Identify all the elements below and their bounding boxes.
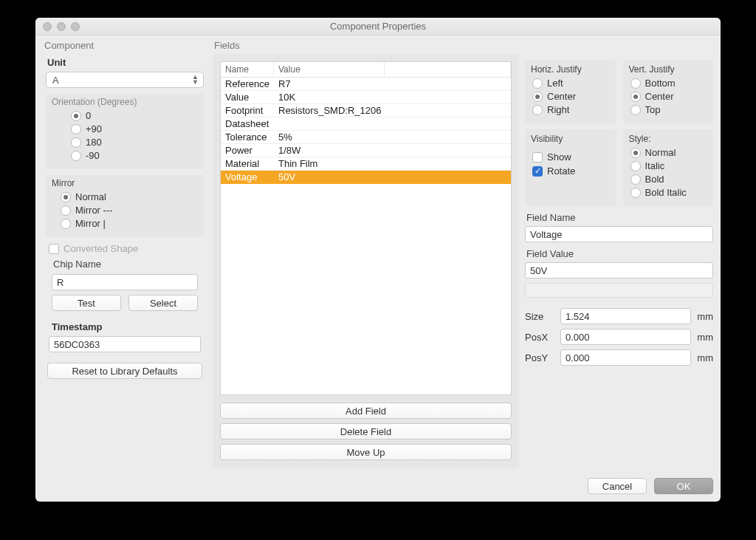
orientation-radio[interactable] <box>71 111 81 121</box>
mirror-title: Mirror <box>52 178 198 188</box>
style-label: Normal <box>645 147 676 158</box>
mirror-option[interactable]: Normal <box>61 191 198 202</box>
select-button[interactable]: Select <box>128 295 198 311</box>
posx-input[interactable]: 0.000 <box>560 329 691 345</box>
style-radio[interactable] <box>630 161 641 171</box>
field-value-secondary[interactable] <box>525 283 713 298</box>
table-header: Name Value <box>221 62 511 78</box>
field-name-label: Field Name <box>526 212 713 223</box>
window-title: Component Properties <box>35 21 721 32</box>
cell-name: Power <box>221 145 274 156</box>
size-input[interactable]: 1.524 <box>560 308 691 324</box>
move-up-button[interactable]: Move Up <box>220 444 512 460</box>
mirror-radio[interactable] <box>61 205 71 216</box>
cell-value: 1/8W <box>274 145 385 156</box>
chip-name-input[interactable]: R <box>52 274 198 290</box>
style-radio[interactable] <box>630 188 641 198</box>
mirror-option[interactable]: Mirror | <box>61 218 198 229</box>
table-row[interactable]: Voltage50V <box>221 171 511 184</box>
ok-button[interactable]: OK <box>654 478 713 494</box>
style-label: Italic <box>645 160 665 171</box>
orientation-group: Orientation (Degrees) 0+90180-90 <box>46 94 204 169</box>
timestamp-input[interactable]: 56DC0363 <box>49 336 201 352</box>
style-radio[interactable] <box>630 174 641 185</box>
show-checkbox[interactable] <box>532 152 543 163</box>
style-option[interactable]: Bold Italic <box>630 187 708 198</box>
mirror-option[interactable]: Mirror --- <box>61 205 198 216</box>
horiz-justify-radio[interactable] <box>532 105 543 115</box>
mirror-radio[interactable] <box>61 219 71 229</box>
visibility-group: Visibility Show ✓ Rotate <box>525 129 616 206</box>
table-row[interactable]: Tolerance5% <box>221 131 511 144</box>
cell-name: Datasheet <box>221 118 274 129</box>
add-field-button[interactable]: Add Field <box>220 403 512 419</box>
fields-table[interactable]: Name Value ReferenceR7Value10KFootprintR… <box>220 61 512 395</box>
field-value-label: Field Value <box>526 248 713 259</box>
test-button[interactable]: Test <box>52 295 121 311</box>
orientation-option[interactable]: +90 <box>71 123 198 134</box>
vert-justify-label: Top <box>645 104 661 115</box>
orientation-radio[interactable] <box>71 137 81 148</box>
table-row[interactable]: ReferenceR7 <box>221 78 511 91</box>
col-rest-header <box>385 62 511 77</box>
table-row[interactable]: FootprintResistors_SMD:R_1206 <box>221 104 511 117</box>
horiz-justify-option[interactable]: Right <box>532 104 610 115</box>
horiz-justify-option[interactable]: Left <box>532 78 610 89</box>
style-option[interactable]: Italic <box>630 160 708 171</box>
cancel-button[interactable]: Cancel <box>588 478 647 494</box>
vert-justify-option[interactable]: Center <box>630 91 708 102</box>
converted-shape-checkbox[interactable] <box>49 244 59 254</box>
vert-justify-radio[interactable] <box>630 92 641 102</box>
timestamp-value: 56DC0363 <box>54 339 100 350</box>
vert-justify-option[interactable]: Bottom <box>630 78 708 89</box>
size-label: Size <box>525 311 554 322</box>
horiz-justify-radio[interactable] <box>532 78 543 89</box>
orientation-option[interactable]: 180 <box>71 137 198 148</box>
table-row[interactable]: Value10K <box>221 91 511 104</box>
horiz-justify-option[interactable]: Center <box>532 91 610 102</box>
unit-select-value: A <box>52 75 59 86</box>
rotate-checkbox[interactable]: ✓ <box>532 166 543 177</box>
posy-unit: mm <box>697 352 713 363</box>
field-value-input[interactable]: 50V <box>525 262 713 278</box>
cell-name: Footprint <box>221 105 274 116</box>
mirror-label: Mirror --- <box>75 205 113 216</box>
component-properties-window: Component Properties Component Unit A ▲▼… <box>35 18 721 502</box>
orientation-radio[interactable] <box>71 124 81 134</box>
cell-value: 10K <box>274 92 385 103</box>
style-title: Style: <box>629 134 708 144</box>
vert-justify-option[interactable]: Top <box>630 104 708 115</box>
posy-label: PosY <box>525 352 554 363</box>
vert-justify-radio[interactable] <box>630 78 641 89</box>
orientation-radio[interactable] <box>71 151 81 161</box>
col-value-header[interactable]: Value <box>274 62 385 77</box>
titlebar: Component Properties <box>35 18 721 35</box>
orientation-label: 0 <box>86 110 91 121</box>
delete-field-button[interactable]: Delete Field <box>220 423 512 440</box>
rotate-label: Rotate <box>547 165 575 177</box>
cell-name: Tolerance <box>221 131 274 143</box>
reset-defaults-button[interactable]: Reset to Library Defaults <box>47 363 202 379</box>
unit-label: Unit <box>47 57 207 68</box>
converted-shape-row: Converted Shape <box>49 243 207 254</box>
style-option[interactable]: Bold <box>630 174 708 185</box>
table-row[interactable]: MaterialThin Film <box>221 157 511 171</box>
mirror-radio[interactable] <box>61 192 71 202</box>
unit-select[interactable]: A ▲▼ <box>46 72 204 88</box>
field-name-input[interactable]: Voltage <box>525 226 713 242</box>
vert-justify-radio[interactable] <box>630 105 641 115</box>
orientation-option[interactable]: -90 <box>71 150 198 161</box>
table-row[interactable]: Power1/8W <box>221 144 511 157</box>
table-row[interactable]: Datasheet <box>221 117 511 131</box>
table-body: ReferenceR7Value10KFootprintResistors_SM… <box>221 78 511 394</box>
orientation-option[interactable]: 0 <box>71 110 198 121</box>
style-group: Style: NormalItalicBoldBold Italic <box>623 129 714 206</box>
posx-unit: mm <box>697 332 713 343</box>
style-radio[interactable] <box>630 148 641 158</box>
horiz-justify-radio[interactable] <box>532 92 543 102</box>
vert-justify-title: Vert. Justify <box>629 64 708 75</box>
style-option[interactable]: Normal <box>630 147 708 158</box>
col-name-header[interactable]: Name <box>221 62 274 77</box>
posy-input[interactable]: 0.000 <box>560 349 691 366</box>
orientation-label: +90 <box>86 123 102 134</box>
